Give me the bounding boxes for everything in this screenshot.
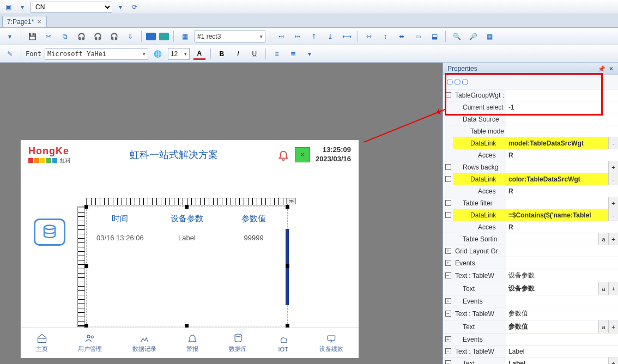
property-value[interactable] <box>506 89 618 101</box>
property-row[interactable]: −DataLink=$Contains($('name:Tablel- <box>443 209 618 221</box>
property-value[interactable] <box>506 113 618 125</box>
expander-icon[interactable] <box>443 320 453 333</box>
expander-icon[interactable] <box>443 113 453 125</box>
font-name-input[interactable]: Microsoft YaHei▾ <box>45 48 148 60</box>
property-row[interactable]: +Events <box>443 295 618 307</box>
property-row[interactable]: Table mode <box>443 125 618 137</box>
property-value[interactable]: -1 <box>506 101 618 113</box>
tool-dropdown[interactable]: ▾ <box>3 31 16 43</box>
property-value[interactable]: model:TableDataSrcWgt <box>506 137 608 149</box>
property-value[interactable] <box>506 125 618 137</box>
property-value[interactable]: R <box>506 221 618 233</box>
expander-icon[interactable] <box>443 221 453 233</box>
property-row[interactable]: AccesR <box>443 149 618 161</box>
headset-icon[interactable]: 🎧 <box>75 31 88 43</box>
property-value[interactable]: color:TableDataSrcWgt <box>506 173 608 185</box>
property-btn[interactable]: + <box>608 282 618 295</box>
italic-icon[interactable]: I <box>232 48 245 60</box>
headset2-icon[interactable]: 🎧 <box>91 31 104 43</box>
property-value[interactable]: R <box>506 185 618 197</box>
expander-icon[interactable]: − <box>443 357 453 364</box>
property-row[interactable]: Text参数值a+ <box>443 320 618 333</box>
alignB-icon[interactable]: ⤓ <box>324 31 337 43</box>
property-btn[interactable]: + <box>608 357 618 364</box>
footer-records[interactable]: 数据记录 <box>132 333 156 353</box>
property-row[interactable]: −DataLinkcolor:TableDataSrcWgt- <box>443 173 618 185</box>
tab-page1[interactable]: 7:Page1* × <box>2 16 47 27</box>
alignM-icon[interactable]: ⟷ <box>340 31 353 43</box>
text-align-dd-icon[interactable]: ▾ <box>303 48 316 60</box>
footer-perf[interactable]: 设备绩效 <box>319 333 343 353</box>
footer-users[interactable]: 用户管理 <box>78 333 102 353</box>
footer-iot[interactable]: IOT <box>277 334 289 353</box>
property-row[interactable]: AccesR <box>443 221 618 233</box>
layout-icon[interactable]: ▦ <box>178 31 191 43</box>
headset3-icon[interactable]: 🎧 <box>107 31 120 43</box>
text-align-c-icon[interactable]: ≣ <box>287 48 300 60</box>
import-icon[interactable]: ⇩ <box>124 31 137 43</box>
prop-tab-2-icon[interactable]: 🖵 <box>454 78 461 86</box>
property-row[interactable]: AccesR <box>443 185 618 197</box>
expander-icon[interactable]: − <box>443 345 453 357</box>
lang-icon[interactable]: 🌐 <box>152 48 165 60</box>
expander-icon[interactable] <box>443 233 453 245</box>
alignT-icon[interactable]: ⤒ <box>307 31 320 43</box>
property-row[interactable]: +Events <box>443 257 618 269</box>
property-row[interactable]: −Rows backg+ <box>443 161 618 173</box>
property-row[interactable]: Data Source <box>443 113 618 125</box>
expander-icon[interactable] <box>443 101 453 113</box>
dist-v-icon[interactable]: ↕ <box>379 31 392 43</box>
property-row[interactable]: +Grid Layout Gr <box>443 245 618 257</box>
property-value[interactable]: =$Contains($('name:Tablel <box>506 209 608 221</box>
property-value[interactable]: Label <box>506 345 618 357</box>
property-btn[interactable]: - <box>608 209 618 221</box>
property-row[interactable]: −Table filter+ <box>443 197 618 209</box>
expander-icon[interactable]: − <box>443 307 453 320</box>
expander-icon[interactable]: − <box>443 209 453 221</box>
menu-dropdown-1[interactable]: ▾ <box>16 2 28 13</box>
menu-icon-1[interactable]: ▣ <box>2 2 14 13</box>
property-value[interactable] <box>506 197 608 209</box>
font-size-input[interactable]: 12▾ <box>168 48 190 60</box>
property-value[interactable] <box>506 257 618 269</box>
expander-icon[interactable] <box>443 282 453 295</box>
footer-db[interactable]: 数据库 <box>229 333 247 353</box>
property-row[interactable]: Current select-1 <box>443 101 618 113</box>
footer-alarm[interactable]: 警报 <box>186 333 198 353</box>
property-value[interactable] <box>506 161 608 173</box>
zoom-icon[interactable]: 🔍 <box>450 31 463 43</box>
table-widget-selection[interactable]: 时间 设备参数 参数值 03/16 13:26:06 Label 99999 <box>86 207 288 326</box>
property-btn[interactable]: + <box>608 233 618 245</box>
save-icon[interactable]: 💾 <box>26 31 39 43</box>
expander-icon[interactable]: − <box>443 197 453 209</box>
text-align-l-icon[interactable]: ≡ <box>270 48 283 60</box>
language-select[interactable]: CN <box>31 2 112 13</box>
expander-icon[interactable]: + <box>443 245 453 257</box>
cut-icon[interactable]: ✂ <box>42 31 55 43</box>
tab-close-icon[interactable]: × <box>37 18 41 26</box>
expander-icon[interactable]: − <box>443 89 453 101</box>
property-row[interactable]: +Events <box>443 333 618 345</box>
property-value[interactable] <box>506 333 618 345</box>
back-icon[interactable]: ⬓ <box>428 31 441 43</box>
footer-home[interactable]: 主页 <box>36 333 48 353</box>
property-value[interactable]: 设备参数 <box>506 282 598 295</box>
property-btn[interactable]: + <box>608 197 618 209</box>
dist-h-icon[interactable]: ⇿ <box>362 31 375 43</box>
zoom2-icon[interactable]: 🔎 <box>466 31 480 43</box>
color-teal-icon[interactable] <box>159 33 169 40</box>
property-row[interactable]: DataLinkmodel:TableDataSrcWgt- <box>443 137 618 149</box>
alignL-icon[interactable]: ⤟ <box>275 31 288 43</box>
property-btn[interactable]: - <box>608 173 618 185</box>
property-row[interactable]: −Text : TableWLabel <box>443 345 618 357</box>
alignR-icon[interactable]: ⤠ <box>291 31 304 43</box>
properties-body[interactable]: −TableGroupWgt : TableWgtCurrent select-… <box>443 89 618 364</box>
pin-icon[interactable]: 📌 <box>598 65 605 72</box>
order-icon[interactable]: ▭ <box>411 31 425 43</box>
object-name-input[interactable]: #1 rect3▾ <box>195 31 265 43</box>
size-w-icon[interactable]: ⬌ <box>395 31 408 43</box>
expander-icon[interactable]: + <box>443 257 453 269</box>
expander-icon[interactable]: − <box>443 269 453 282</box>
ruler-nav-right[interactable]: ≫ <box>286 198 296 204</box>
property-btn[interactable]: - <box>608 137 618 149</box>
